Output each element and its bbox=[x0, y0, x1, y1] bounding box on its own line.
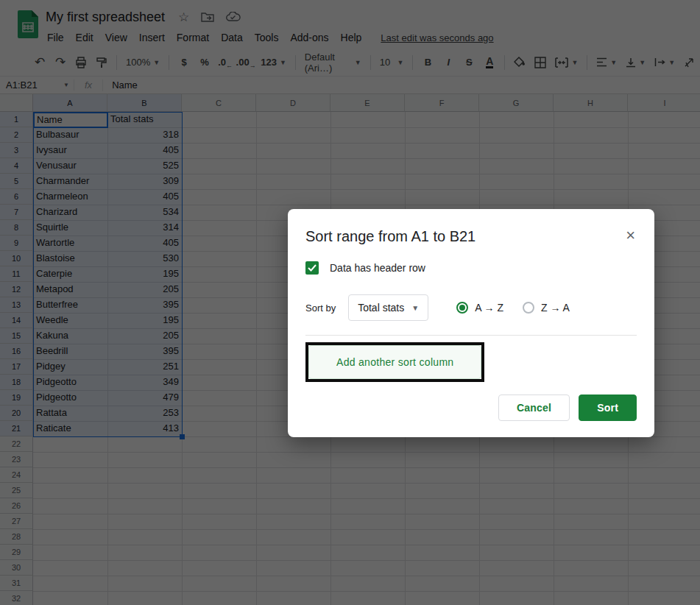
close-icon[interactable]: × bbox=[624, 228, 637, 243]
sort-column-select[interactable]: Total stats ▼ bbox=[348, 294, 428, 321]
sort-by-label: Sort by bbox=[305, 302, 336, 314]
radio-unselected-icon bbox=[523, 302, 534, 314]
radio-selected-icon bbox=[456, 302, 468, 314]
header-row-checkbox[interactable] bbox=[305, 261, 319, 275]
sort-order-asc-radio[interactable]: A → Z bbox=[456, 302, 503, 314]
sort-order-desc-radio[interactable]: Z → A bbox=[523, 302, 570, 314]
sort-button[interactable]: Sort bbox=[579, 395, 637, 421]
chevron-down-icon: ▼ bbox=[411, 304, 419, 312]
google-sheets-app: My first spreadsheet ☆ File Edit View In… bbox=[0, 0, 700, 605]
dialog-title: Sort range from A1 to B21 bbox=[305, 228, 475, 245]
header-row-checkbox-label[interactable]: Data has header row bbox=[330, 262, 425, 274]
cancel-button[interactable]: Cancel bbox=[498, 395, 570, 421]
sort-range-dialog: Sort range from A1 to B21 × Data has hea… bbox=[288, 209, 654, 437]
add-sort-column-button[interactable]: Add another sort column bbox=[308, 345, 481, 379]
annotation-highlight-box: Add another sort column bbox=[305, 342, 484, 382]
